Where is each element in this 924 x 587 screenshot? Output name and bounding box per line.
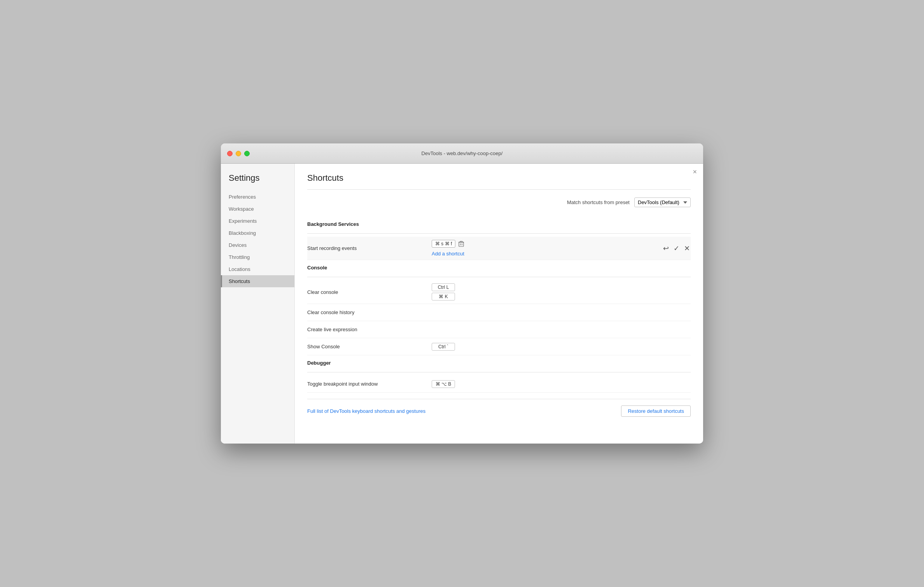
table-row: Toggle breakpoint input window ⌘ ⌥ B: [307, 376, 691, 393]
key-group: ⌘ K: [432, 293, 691, 300]
close-icon[interactable]: ×: [693, 168, 697, 175]
shortcut-name: Clear console: [307, 289, 432, 295]
sidebar-item-preferences[interactable]: Preferences: [221, 191, 294, 203]
table-row: Clear console history: [307, 304, 691, 321]
table-row: Start recording events ⌘ s ⌘ f: [307, 237, 691, 260]
section-header-console: Console: [307, 260, 691, 274]
section-header-debugger: Debugger: [307, 355, 691, 369]
shortcuts-scroll-area[interactable]: Background Services Start recording even…: [307, 217, 691, 393]
key-badge: ⌘ s ⌘ f: [432, 240, 455, 248]
separator: [307, 277, 691, 277]
section-header-background-services: Background Services: [307, 217, 691, 230]
window-content: Settings Preferences Workspace Experimen…: [221, 164, 703, 444]
preset-label: Match shortcuts from preset: [567, 199, 630, 205]
shortcut-keys: ⌘ ⌥ B: [432, 380, 691, 388]
key-badge: Ctrl L: [432, 283, 455, 291]
sidebar-item-locations[interactable]: Locations: [221, 263, 294, 275]
sidebar-title: Settings: [221, 173, 294, 191]
minimize-button[interactable]: [236, 151, 241, 156]
maximize-button[interactable]: [244, 151, 250, 156]
full-list-link[interactable]: Full list of DevTools keyboard shortcuts…: [307, 408, 425, 414]
preset-row: Match shortcuts from preset DevTools (De…: [307, 197, 691, 207]
separator: [307, 233, 691, 234]
shortcut-name: Clear console history: [307, 309, 432, 315]
sidebar: Settings Preferences Workspace Experimen…: [221, 164, 295, 444]
sidebar-item-shortcuts[interactable]: Shortcuts: [221, 275, 294, 287]
key-badge: ⌘ ⌥ B: [432, 380, 455, 388]
close-button[interactable]: [227, 151, 233, 156]
shortcut-name: Create live expression: [307, 327, 432, 332]
shortcut-name: Toggle breakpoint input window: [307, 381, 432, 387]
sidebar-item-throttling[interactable]: Throttling: [221, 251, 294, 263]
delete-shortcut-icon[interactable]: [458, 240, 465, 248]
cancel-icon[interactable]: ✕: [683, 243, 691, 253]
sidebar-item-experiments[interactable]: Experiments: [221, 215, 294, 227]
table-row: Create live expression: [307, 321, 691, 338]
titlebar: DevTools - web.dev/why-coop-coep/: [221, 143, 703, 164]
shortcut-name: Start recording events: [307, 245, 432, 251]
undo-icon[interactable]: ↩: [662, 243, 670, 253]
sidebar-item-devices[interactable]: Devices: [221, 239, 294, 251]
separator: [307, 372, 691, 372]
main-content: × Shortcuts Match shortcuts from preset …: [295, 164, 703, 444]
devtools-window: DevTools - web.dev/why-coop-coep/ Settin…: [221, 143, 703, 444]
shortcut-keys: Ctrl `: [432, 343, 691, 351]
confirm-icon[interactable]: ✓: [673, 243, 680, 253]
footer: Full list of DevTools keyboard shortcuts…: [307, 399, 691, 420]
table-row: Show Console Ctrl `: [307, 338, 691, 355]
row-controls: ↩ ✓ ✕: [662, 243, 691, 253]
window-title: DevTools - web.dev/why-coop-coep/: [422, 150, 503, 156]
key-group: Ctrl `: [432, 343, 691, 351]
shortcut-keys: Ctrl L ⌘ K: [432, 283, 691, 300]
key-badge: ⌘ K: [432, 293, 455, 300]
table-row: Clear console Ctrl L ⌘ K: [307, 280, 691, 304]
preset-select[interactable]: DevTools (Default) Visual Studio Code: [634, 197, 691, 207]
restore-default-shortcuts-button[interactable]: Restore default shortcuts: [621, 405, 691, 417]
shortcut-keys: ⌘ s ⌘ f Add a sh: [432, 240, 662, 257]
page-title: Shortcuts: [307, 173, 691, 190]
svg-rect-1: [460, 241, 462, 242]
sidebar-item-workspace[interactable]: Workspace: [221, 203, 294, 215]
key-group: Ctrl L: [432, 283, 691, 291]
svg-rect-0: [459, 242, 464, 246]
key-badge: Ctrl `: [432, 343, 455, 351]
traffic-lights: [227, 151, 250, 156]
add-shortcut-link[interactable]: Add a shortcut: [432, 251, 662, 257]
shortcut-name: Show Console: [307, 344, 432, 349]
sidebar-item-blackboxing[interactable]: Blackboxing: [221, 227, 294, 239]
key-group: ⌘ s ⌘ f: [432, 240, 662, 248]
key-group: ⌘ ⌥ B: [432, 380, 691, 388]
